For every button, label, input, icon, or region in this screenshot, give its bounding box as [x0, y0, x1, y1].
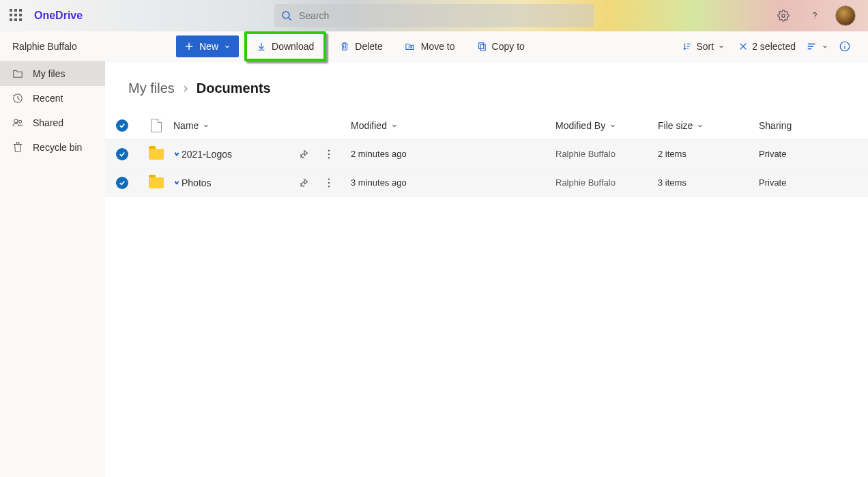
checkmark-icon [119, 151, 126, 158]
move-button[interactable]: Move to [396, 35, 463, 57]
item-modified-by: Ralphie Buffalo [555, 149, 658, 159]
kebab-icon [328, 149, 330, 159]
account-name: Ralphie Buffalo [0, 31, 156, 61]
move-icon [405, 42, 416, 51]
item-modified-by: Ralphie Buffalo [555, 177, 658, 188]
more-actions-button[interactable] [319, 145, 338, 164]
sidebar-item-recycle[interactable]: Recycle bin [0, 135, 105, 160]
sync-status-icon [173, 151, 180, 158]
details-pane-button[interactable] [834, 35, 856, 57]
svg-point-29 [14, 119, 18, 123]
column-header-sharing[interactable]: Sharing [759, 120, 861, 131]
svg-point-35 [328, 157, 330, 158]
folder-icon [12, 68, 23, 79]
row-checkbox[interactable] [116, 148, 128, 160]
svg-point-2 [782, 14, 785, 18]
table-header: Name Modified Modified By File size Shar… [105, 111, 868, 140]
share-icon [299, 149, 310, 160]
share-item-button[interactable] [295, 145, 314, 164]
item-sharing: Private [759, 177, 861, 188]
table-row[interactable]: 2021-Logos 2 minutes ago Ralphie Buffalo… [105, 140, 868, 169]
copy-button-label: Copy to [492, 41, 525, 52]
list-view-icon [807, 42, 818, 51]
selection-count-button[interactable]: 2 selected [733, 35, 801, 57]
svg-point-36 [328, 178, 330, 179]
sidebar-item-label: Recent [33, 93, 63, 104]
chevron-down-icon [224, 43, 231, 50]
app-header: OneDrive [0, 0, 868, 31]
column-header-modified-by[interactable]: Modified By [555, 120, 658, 131]
new-button[interactable]: New [176, 35, 239, 57]
sidebar-item-label: My files [33, 68, 65, 79]
tutorial-highlight: Download [244, 31, 326, 61]
file-type-column-icon [151, 119, 162, 132]
settings-button[interactable] [772, 5, 794, 27]
download-button-label: Download [272, 41, 314, 52]
folder-icon [149, 149, 164, 160]
sidebar-item-shared[interactable]: Shared [0, 111, 105, 135]
sort-icon [682, 42, 692, 51]
column-header-modified[interactable]: Modified [351, 120, 555, 131]
column-header-name[interactable]: Name [173, 120, 351, 131]
breadcrumb-parent[interactable]: My files [128, 81, 175, 96]
sidebar-item-recent[interactable]: Recent [0, 86, 105, 111]
trash-icon [340, 42, 349, 51]
command-bar: Ralphie Buffalo New Download Delete Move… [0, 31, 868, 61]
sort-button[interactable]: Sort [677, 35, 730, 57]
download-button[interactable]: Download [248, 35, 322, 57]
info-icon [839, 40, 851, 53]
download-icon [257, 42, 266, 51]
chevron-down-icon [822, 43, 828, 50]
brand-title[interactable]: OneDrive [34, 10, 83, 22]
chevron-down-icon [718, 43, 725, 50]
trash-icon [12, 142, 23, 153]
item-name[interactable]: Photos [182, 177, 212, 188]
more-actions-button[interactable] [319, 173, 338, 192]
copy-button[interactable]: Copy to [469, 35, 533, 57]
gear-icon [777, 10, 790, 22]
plus-icon [184, 42, 194, 51]
checkmark-icon [119, 179, 126, 186]
app-launcher-icon[interactable] [10, 9, 23, 23]
svg-rect-15 [480, 44, 485, 50]
sync-status-icon [173, 179, 180, 186]
chevron-down-icon [609, 122, 616, 129]
avatar[interactable] [835, 5, 856, 26]
search-input[interactable] [299, 10, 587, 21]
sidebar-item-label: Recycle bin [33, 142, 82, 153]
table-row[interactable]: Photos 3 minutes ago Ralphie Buffalo 3 i… [105, 169, 868, 197]
people-icon [12, 117, 23, 128]
svg-point-30 [19, 120, 22, 123]
help-button[interactable] [804, 5, 826, 27]
main-content: My files Documents Name Modified [105, 61, 868, 477]
share-item-button[interactable] [295, 173, 314, 192]
delete-button-label: Delete [355, 41, 382, 52]
sidebar-item-my-files[interactable]: My files [0, 61, 105, 86]
view-options-button[interactable] [804, 35, 831, 57]
item-sharing: Private [759, 149, 861, 159]
svg-point-34 [328, 153, 330, 154]
move-button-label: Move to [421, 41, 455, 52]
item-modified: 2 minutes ago [351, 149, 555, 159]
sort-button-label: Sort [696, 41, 714, 52]
delete-button[interactable]: Delete [332, 35, 390, 57]
file-table: Name Modified Modified By File size Shar… [105, 111, 868, 197]
svg-point-3 [814, 18, 815, 19]
search-icon [281, 10, 292, 21]
item-size: 3 items [658, 177, 759, 188]
item-name[interactable]: 2021-Logos [182, 149, 232, 160]
select-all-checkbox[interactable] [116, 119, 128, 132]
help-icon [809, 10, 821, 22]
svg-rect-14 [478, 42, 483, 48]
item-size: 2 items [658, 149, 759, 159]
svg-point-37 [328, 182, 330, 183]
column-header-size[interactable]: File size [658, 120, 759, 131]
row-checkbox[interactable] [116, 177, 128, 189]
search-box[interactable] [274, 4, 594, 27]
new-button-label: New [199, 41, 218, 52]
selection-count-label: 2 selected [752, 41, 796, 52]
clock-icon [12, 93, 23, 104]
svg-point-33 [328, 149, 330, 151]
breadcrumb: My files Documents [105, 81, 868, 111]
kebab-icon [328, 178, 330, 188]
